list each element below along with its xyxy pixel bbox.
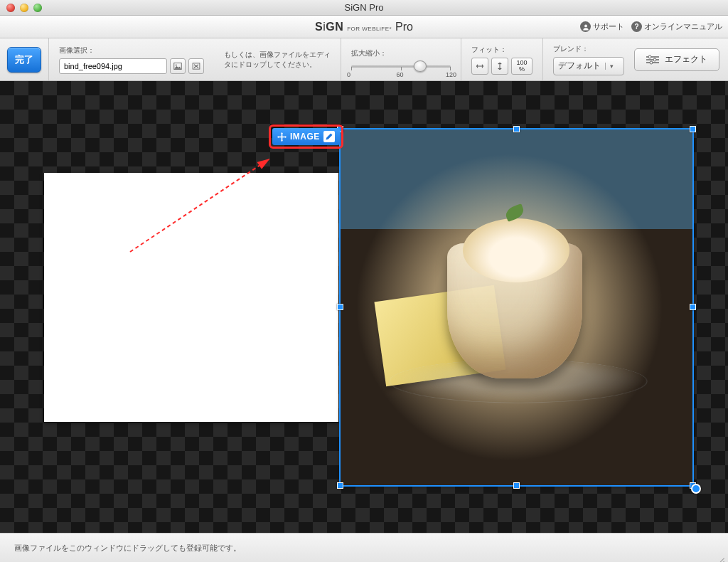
- support-link[interactable]: サポート: [580, 21, 624, 32]
- fit-label: フィット：: [471, 45, 532, 55]
- svg-point-5: [653, 58, 656, 61]
- fit-vertical-button[interactable]: [491, 58, 508, 75]
- editor-canvas[interactable]: IMAGE: [0, 81, 728, 534]
- pencil-icon: [325, 132, 333, 141]
- zoom-slider[interactable]: 0 60 120: [351, 61, 451, 71]
- drop-hint-text: もしくは、画像ファイルをエディタにドロップしてください。: [224, 50, 331, 70]
- brand-suffix: Pro: [395, 21, 413, 33]
- sliders-icon: [646, 55, 659, 65]
- image-select-label: 画像選択：: [59, 46, 204, 55]
- blend-select[interactable]: デフォルト ▾: [553, 57, 624, 75]
- clear-icon: [192, 62, 200, 70]
- svg-point-6: [650, 61, 653, 64]
- image-select-group: 画像選択：: [48, 38, 214, 80]
- fit-group: フィット： 100 %: [461, 38, 542, 80]
- clear-image-button[interactable]: [188, 58, 204, 74]
- brand-bar: SiGN FOR WEBLiFE* Pro サポート ? オンラインマニュアル: [0, 16, 728, 38]
- zoom-tick-max: 120: [446, 71, 456, 78]
- filename-input[interactable]: [59, 58, 167, 74]
- rotate-handle[interactable]: [691, 484, 701, 494]
- blend-group: ブレンド： デフォルト ▾: [542, 38, 634, 80]
- zoom-group: 拡大縮小： 0 60 120: [341, 38, 461, 80]
- fit-100pct-button[interactable]: 100 %: [511, 58, 532, 75]
- help-icon: ?: [631, 21, 642, 32]
- edit-image-button[interactable]: [323, 131, 335, 142]
- fit-vertical-icon: [496, 62, 504, 70]
- brand-logo: SiGN FOR WEBLiFE* Pro: [315, 21, 413, 33]
- image-tag-label: IMAGE: [290, 132, 320, 142]
- zoom-label: 拡大縮小：: [351, 48, 451, 58]
- done-button[interactable]: 完了: [7, 47, 41, 73]
- browse-image-button[interactable]: [170, 58, 186, 74]
- chevron-down-icon: ▾: [605, 63, 614, 70]
- zoom-slider-thumb[interactable]: [414, 60, 427, 72]
- hint-group: もしくは、画像ファイルをエディタにドロップしてください。: [214, 38, 341, 80]
- picture-icon: [173, 62, 182, 70]
- user-icon: [580, 21, 591, 32]
- manual-link[interactable]: ? オンラインマニュアル: [631, 21, 722, 32]
- annotation-arrow: [130, 152, 287, 252]
- window-title: SiGN Pro: [0, 2, 728, 13]
- svg-point-2: [176, 64, 177, 65]
- brand-name: SiGN: [315, 21, 343, 33]
- fit-horizontal-icon: [476, 62, 484, 70]
- move-icon: [277, 132, 287, 142]
- svg-line-7: [130, 159, 269, 252]
- zoom-tick-mid: 60: [397, 71, 404, 78]
- main-toolbar: 完了 画像選択： もしくは、画像ファイルをエディタにドロップしてください。 拡大…: [0, 38, 728, 81]
- svg-point-0: [584, 24, 587, 27]
- placed-image[interactable]: [341, 129, 692, 485]
- window-resize-grip[interactable]: [715, 549, 725, 559]
- brand-subtitle: FOR WEBLiFE*: [347, 26, 392, 32]
- svg-point-4: [648, 55, 651, 58]
- window-titlebar: SiGN Pro: [0, 0, 728, 16]
- status-bar: 画像ファイルをこのウィンドウにドラッグしても登録可能です。: [0, 534, 728, 562]
- effect-button[interactable]: エフェクト: [634, 48, 719, 71]
- fit-horizontal-button[interactable]: [471, 58, 488, 75]
- zoom-tick-min: 0: [347, 71, 350, 78]
- status-text: 画像ファイルをこのウィンドウにドラッグしても登録可能です。: [14, 543, 241, 553]
- blend-value: デフォルト: [558, 60, 601, 72]
- image-tag-callout: IMAGE: [269, 124, 343, 149]
- image-tag[interactable]: IMAGE: [272, 128, 340, 145]
- blend-label: ブレンド：: [553, 44, 624, 54]
